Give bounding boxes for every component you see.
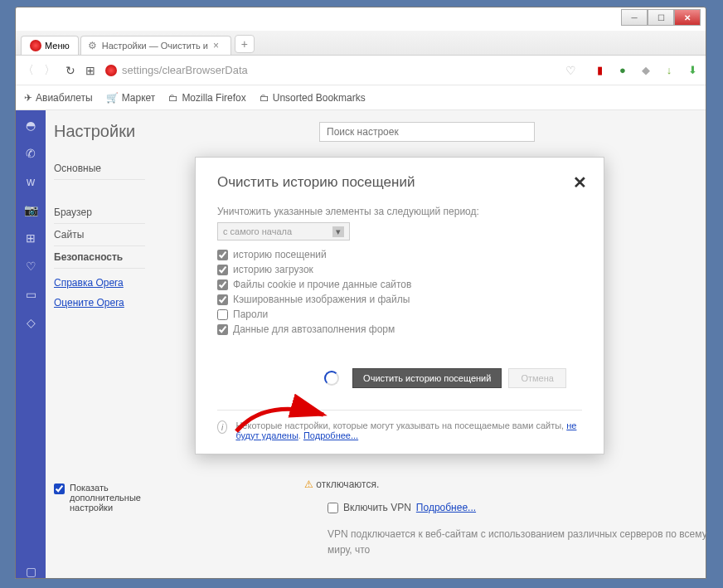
info-icon: i [217, 420, 227, 434]
url-field[interactable]: settings/clearBrowserData [105, 64, 556, 76]
menu-label: Меню [45, 41, 70, 51]
vk-icon[interactable]: w [27, 175, 35, 188]
period-select[interactable]: с самого начала ▾ [217, 222, 350, 241]
extension-icon[interactable]: ◆ [639, 64, 653, 77]
cancel-button[interactable]: Отмена [508, 368, 565, 388]
vpn-more-link[interactable]: Подробнее... [416, 500, 476, 516]
show-advanced-label: Показать дополнительные настройки [70, 483, 141, 513]
back-button[interactable]: 〈 [22, 63, 34, 78]
page-title: Настройки [54, 122, 129, 141]
window-controls: ─ ☐ ✕ [16, 7, 706, 31]
url-text: settings/clearBrowserData [122, 64, 248, 76]
modal-subtitle: Уничтожить указанные элементы за следующ… [217, 206, 582, 217]
speed-dial-button[interactable]: ⊞ [85, 64, 95, 77]
modal-title: Очистить историю посещений [217, 174, 582, 191]
check-passwords[interactable]: Пароли [217, 309, 582, 320]
vpn-label: Включить VPN [343, 500, 411, 516]
vpn-checkbox[interactable] [328, 503, 338, 513]
spinner-icon [324, 371, 339, 386]
news-icon[interactable]: ▭ [26, 288, 36, 301]
messenger-icon[interactable]: ◓ [26, 119, 36, 132]
reload-button[interactable]: ↻ [66, 64, 75, 77]
bookmark-item[interactable]: ✈ Авиабилеты [24, 92, 93, 104]
tab-title: Настройки — Очистить и [102, 41, 208, 51]
chevron-down-icon: ▾ [332, 226, 344, 237]
bookmark-folder[interactable]: 🗀 Unsorted Bookmarks [260, 92, 366, 104]
extension-icon[interactable]: ● [616, 64, 629, 77]
tag-icon[interactable]: ◇ [27, 316, 36, 329]
show-advanced-checkbox[interactable]: Показать дополнительные настройки [54, 483, 129, 513]
check-cookies[interactable]: Файлы cookie и прочие данные сайтов [217, 279, 582, 290]
learn-more-link[interactable]: Подробнее... [303, 430, 358, 440]
maximize-button[interactable]: ☐ [648, 9, 674, 26]
square-icon[interactable]: ▢ [26, 565, 36, 578]
address-bar: 〈 〉 ↻ ⊞ settings/clearBrowserData ♡ ▮ ● … [16, 56, 706, 85]
tab-bar: Меню ⚙ Настройки — Очистить и × + [16, 31, 706, 56]
close-tab-icon[interactable]: × [213, 40, 219, 51]
sidebar-item-security[interactable]: Безопасность [54, 246, 145, 269]
new-tab-button[interactable]: + [235, 35, 255, 53]
checkbox-list: историю посещений историю загрузок Файлы… [217, 249, 582, 335]
close-icon[interactable]: ✕ [573, 173, 587, 192]
app-window: ─ ☐ ✕ Меню ⚙ Настройки — Очистить и × + … [15, 7, 706, 579]
extension-icon[interactable]: ⬇ [686, 64, 699, 77]
sidebar-item-basic[interactable]: Основные [54, 158, 145, 180]
bookmark-folder[interactable]: 🗀 Mozilla Firefox [168, 92, 245, 104]
search-input[interactable] [319, 122, 535, 142]
camera-icon[interactable]: 📷 [24, 203, 38, 216]
check-download-history[interactable]: историю загрузок [217, 264, 582, 275]
settings-main: Настройки Основные Браузер Сайты Безопас… [46, 110, 706, 578]
sidebar-item-browser[interactable]: Браузер [54, 202, 145, 224]
forward-button[interactable]: 〉 [44, 63, 56, 78]
grid-icon[interactable]: ⊞ [26, 231, 36, 245]
opera-icon [105, 65, 117, 76]
help-link[interactable]: Справка Opera [54, 277, 129, 289]
modal-buttons: Очистить историю посещений Отмена [217, 368, 582, 388]
period-value: с самого начала [223, 226, 292, 236]
check-browsing-history[interactable]: историю посещений [217, 249, 582, 260]
bookmark-heart-icon[interactable]: ♡ [565, 64, 576, 77]
clear-history-modal: ✕ Очистить историю посещений Уничтожить … [195, 157, 604, 454]
gear-icon: ⚙ [88, 40, 97, 51]
tab-settings[interactable]: ⚙ Настройки — Очистить и × [80, 36, 231, 55]
modal-info: i Некоторые настройки, которые могут ука… [217, 410, 582, 440]
settings-sidebar: Настройки Основные Браузер Сайты Безопас… [46, 110, 129, 578]
content-area: ◓ ✆ w 📷 ⊞ ♡ ▭ ◇ ▢ Настройки Основные Бра… [16, 110, 706, 578]
opera-icon [30, 40, 41, 51]
sidebar-rail: ◓ ✆ w 📷 ⊞ ♡ ▭ ◇ ▢ [16, 110, 46, 578]
check-cache[interactable]: Кэшированные изображения и файлы [217, 294, 582, 305]
opera-menu-button[interactable]: Меню [21, 36, 79, 55]
sidebar-item-sites[interactable]: Сайты [54, 224, 145, 246]
extension-icon[interactable]: ▮ [593, 64, 606, 77]
vpn-checkbox-row[interactable]: Включить VPN Подробнее... [328, 500, 709, 516]
heart-icon[interactable]: ♡ [26, 260, 36, 273]
bookmark-item[interactable]: 🛒 Маркет [106, 92, 156, 104]
download-icon[interactable]: ↓ [662, 64, 676, 77]
rate-link[interactable]: Оцените Opera [54, 297, 129, 309]
check-autofill[interactable]: Данные для автозаполнения форм [217, 323, 582, 335]
bookmarks-bar: ✈ Авиабилеты 🛒 Маркет 🗀 Mozilla Firefox … [16, 85, 706, 110]
clear-button[interactable]: Очистить историю посещений [352, 368, 502, 388]
whatsapp-icon[interactable]: ✆ [26, 147, 36, 160]
close-window-button[interactable]: ✕ [674, 9, 701, 26]
minimize-button[interactable]: ─ [621, 9, 648, 26]
